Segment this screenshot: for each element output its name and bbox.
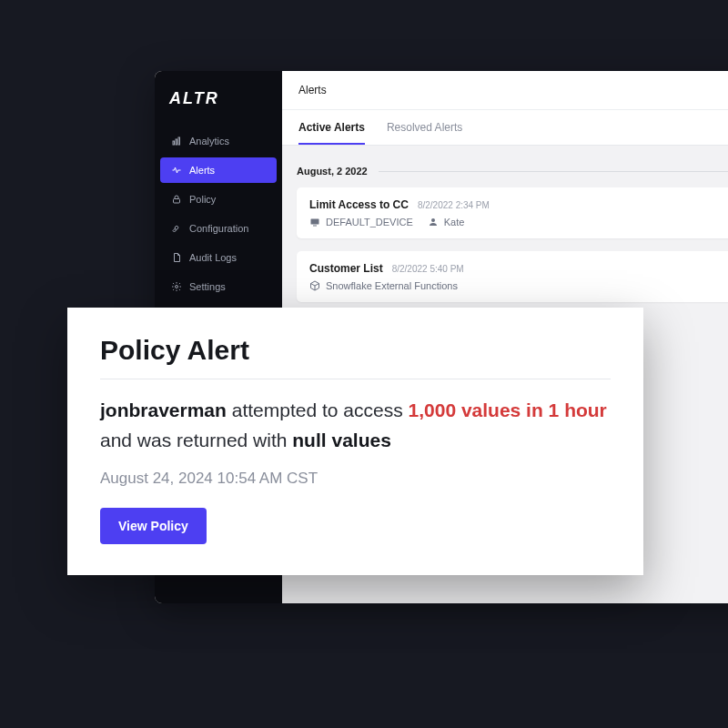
alerts-list: August, 2 2022 Limit Access to CC 8/2/20…	[282, 146, 728, 329]
policy-alert-highlight: 1,000 values in 1 hour	[409, 399, 607, 420]
device-icon	[309, 217, 320, 228]
alert-timestamp: 8/2/2022 5:40 PM	[392, 264, 464, 274]
pulse-icon	[171, 165, 182, 176]
user-icon	[428, 217, 439, 228]
policy-alert-heading: Policy Alert	[100, 335, 611, 379]
brand-logo: ALTR	[155, 84, 282, 126]
divider-line	[379, 171, 728, 172]
svg-rect-3	[174, 199, 180, 204]
svg-point-4	[176, 286, 178, 288]
svg-rect-5	[311, 219, 319, 225]
divider	[100, 379, 611, 379]
document-icon	[171, 252, 182, 263]
sidebar-item-label: Audit Logs	[189, 252, 237, 263]
svg-rect-0	[173, 141, 175, 145]
tab-resolved-alerts[interactable]: Resolved Alerts	[387, 110, 462, 145]
breadcrumb: Alerts	[282, 71, 728, 110]
sidebar-item-policy[interactable]: Policy	[160, 187, 277, 212]
cube-icon	[309, 280, 320, 291]
sidebar-item-label: Configuration	[189, 223, 248, 234]
date-group-label: August, 2 2022	[297, 166, 368, 177]
lock-icon	[171, 194, 182, 205]
policy-alert-body: jonbraverman attempted to access 1,000 v…	[100, 396, 611, 455]
alert-meta-text: Snowflake External Functions	[326, 280, 458, 291]
svg-rect-2	[178, 137, 180, 145]
wrench-icon	[171, 223, 182, 234]
sidebar-item-label: Analytics	[189, 136, 229, 147]
sidebar-item-audit-logs[interactable]: Audit Logs	[160, 245, 277, 270]
policy-alert-panel: Policy Alert jonbraverman attempted to a…	[67, 308, 643, 575]
alert-card[interactable]: Limit Access to CC 8/2/2022 2:34 PM DEFA…	[297, 187, 728, 238]
sidebar-item-settings[interactable]: Settings	[160, 274, 277, 299]
tabs: Active Alerts Resolved Alerts	[282, 110, 728, 146]
policy-alert-timestamp: August 24, 2024 10:54 AM CST	[100, 470, 611, 488]
svg-rect-1	[176, 139, 177, 145]
alert-meta-text: Kate	[444, 217, 465, 228]
date-group: August, 2 2022	[297, 166, 728, 177]
svg-rect-6	[313, 226, 317, 227]
sidebar-item-alerts[interactable]: Alerts	[160, 157, 277, 183]
svg-point-7	[431, 218, 435, 222]
policy-alert-username: jonbraverman	[100, 399, 227, 420]
sidebar-item-analytics[interactable]: Analytics	[160, 128, 277, 154]
alert-card[interactable]: Customer List 8/2/2022 5:40 PM Snowflake…	[297, 251, 728, 302]
policy-alert-text: and was returned with	[100, 430, 287, 450]
sidebar-item-label: Policy	[189, 194, 216, 205]
sidebar-item-label: Alerts	[189, 165, 215, 176]
sidebar-item-configuration[interactable]: Configuration	[160, 216, 277, 241]
view-policy-button[interactable]: View Policy	[100, 508, 207, 544]
tab-active-alerts[interactable]: Active Alerts	[298, 110, 365, 145]
alert-timestamp: 8/2/2022 2:34 PM	[418, 200, 490, 210]
policy-alert-text: attempted to access	[232, 399, 403, 420]
policy-alert-tail: null values	[292, 430, 391, 450]
sidebar-item-label: Settings	[189, 281, 226, 292]
alert-title: Limit Access to CC	[309, 198, 409, 211]
alert-title: Customer List	[309, 262, 383, 275]
chart-icon	[171, 136, 182, 147]
gear-icon	[171, 281, 182, 292]
alert-meta-text: DEFAULT_DEVICE	[326, 217, 413, 228]
